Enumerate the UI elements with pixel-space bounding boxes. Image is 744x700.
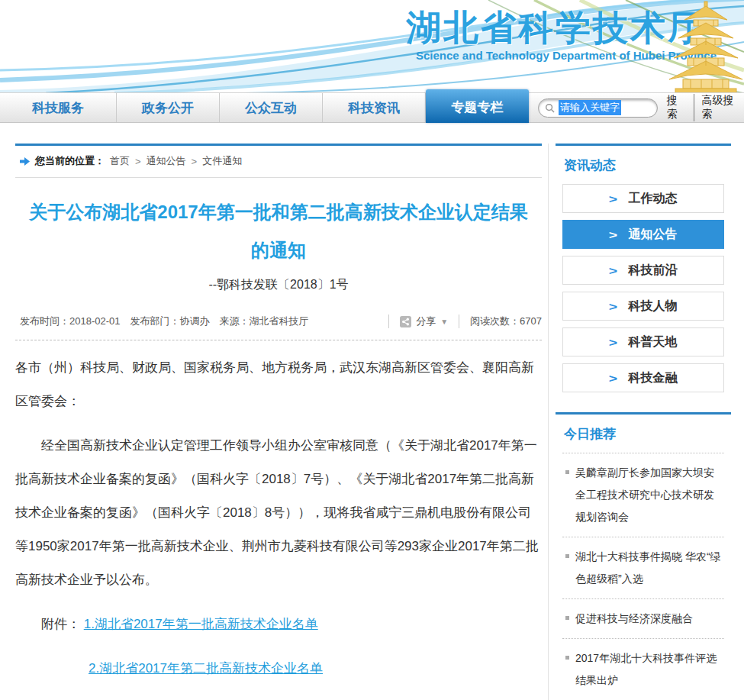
nav-item-special-columns[interactable]: 专题专栏 xyxy=(426,89,529,123)
recommend-panel: 今日推荐 吴麟章副厅长参加国家大坝安全工程技术研究中心技术研发规划咨询会 湖北十… xyxy=(556,412,731,700)
recommend-item[interactable]: 2017年湖北十大科技事件评选结果出炉 xyxy=(562,639,724,700)
sidebar-item-work-news[interactable]: > 工作动态 xyxy=(562,184,724,213)
search-icon xyxy=(545,103,555,113)
signature-block: 湖北省科技厅 湖北省财政厅 湖北省国税局 湖北省地税局 2018年2月1日 xyxy=(15,694,542,700)
nav-item-science-news[interactable]: 科技资讯 xyxy=(323,93,426,122)
paragraph-salutation: 各市（州）科技局、财政局、国家税务局、地方税务局，武汉东湖高新区管委会、襄阳高新… xyxy=(15,351,542,418)
sidebar: 资讯动态 > 工作动态 > 通知公告 > 科技前沿 > 科技人物 > 科普天地 xyxy=(556,144,731,700)
recommend-item-label: 湖北十大科技事件揭晓 华农“绿色超级稻”入选 xyxy=(575,550,721,585)
search-button[interactable]: 搜索 xyxy=(667,94,688,121)
sidebar-item-tech-figures[interactable]: > 科技人物 xyxy=(562,292,724,321)
article-source: 来源：湖北省科技厅 xyxy=(220,315,309,328)
recommend-item-label: 吴麟章副厅长参加国家大坝安全工程技术研究中心技术研发规划咨询会 xyxy=(575,466,714,523)
nav-item-public-interaction[interactable]: 公众互动 xyxy=(220,93,323,122)
recommend-panel-title: 今日推荐 xyxy=(564,425,724,443)
attachments-label: 附件： xyxy=(41,617,80,631)
share-button[interactable]: 分享 ▼ xyxy=(388,315,459,328)
meta-left: 发布时间：2018-02-01 发布部门：协调办 来源：湖北省科技厅 xyxy=(20,315,309,328)
chevron-right-icon: > xyxy=(608,336,617,349)
share-label: 分享 xyxy=(416,315,436,328)
breadcrumb: 您当前的位置： 首页 > 通知公告 > 文件通知 xyxy=(15,144,542,178)
search-input[interactable]: 请输入关键字 xyxy=(538,98,658,118)
recommend-item[interactable]: 湖北十大科技事件揭晓 华农“绿色超级稻”入选 xyxy=(562,537,724,599)
news-panel-title: 资讯动态 xyxy=(564,156,724,174)
article-title: 关于公布湖北省2017年第一批和第二批高新技术企业认定结果的通知 xyxy=(26,193,531,269)
recommend-item[interactable]: 吴麟章副厅长参加国家大坝安全工程技术研究中心技术研发规划咨询会 xyxy=(562,453,724,537)
menu-item-label: 科普天地 xyxy=(628,334,677,350)
breadcrumb-label: 您当前的位置： xyxy=(35,154,105,168)
news-panel: 资讯动态 > 工作动态 > 通知公告 > 科技前沿 > 科技人物 > 科普天地 xyxy=(556,144,731,402)
breadcrumb-file-notice-link[interactable]: 文件通知 xyxy=(202,154,242,168)
breadcrumb-home-link[interactable]: 首页 xyxy=(110,154,130,168)
column-divider xyxy=(548,144,549,700)
breadcrumb-separator: > xyxy=(192,156,198,167)
article-body: 各市（州）科技局、财政局、国家税务局、地方税务局，武汉东湖高新区管委会、襄阳高新… xyxy=(15,351,542,700)
menu-item-label: 科技人物 xyxy=(628,298,677,315)
read-count: 阅读次数：6707 xyxy=(459,315,542,328)
bullet-icon xyxy=(565,616,569,620)
nav-item-science-service[interactable]: 科技服务 xyxy=(0,93,117,122)
chevron-right-icon: > xyxy=(608,372,617,385)
menu-item-label: 科技金融 xyxy=(628,370,677,386)
bullet-icon xyxy=(565,656,569,660)
article-column: 您当前的位置： 首页 > 通知公告 > 文件通知 关于公布湖北省2017年第一批… xyxy=(15,144,542,700)
search-area: 请输入关键字 搜索 高级搜索 xyxy=(538,93,744,122)
recommend-title-wrap: 今日推荐 xyxy=(562,425,724,453)
menu-item-label: 通知公告 xyxy=(628,227,677,243)
chevron-right-icon: > xyxy=(608,192,617,205)
sidebar-item-science-popularization[interactable]: > 科普天地 xyxy=(562,327,724,356)
breadcrumb-arrow-icon xyxy=(20,157,30,166)
main-navbar: 科技服务 政务公开 公众互动 科技资讯 专题专栏 请输入关键字 搜索 高级搜索 xyxy=(0,93,744,123)
chevron-right-icon: > xyxy=(608,228,617,241)
nav-item-gov-affairs[interactable]: 政务公开 xyxy=(117,93,220,122)
sidebar-item-notices[interactable]: > 通知公告 xyxy=(562,220,724,249)
share-dropdown-icon[interactable]: ▼ xyxy=(440,318,448,326)
search-input-value: 请输入关键字 xyxy=(559,100,621,115)
chevron-right-icon: > xyxy=(608,300,617,313)
attachments-line-2: 2.湖北省2017年第二批高新技术企业名单 xyxy=(89,652,542,685)
sidebar-item-tech-frontier[interactable]: > 科技前沿 xyxy=(562,256,724,285)
publish-time: 发布时间：2018-02-01 xyxy=(20,315,121,328)
recommend-item[interactable]: 促进科技与经济深度融合 xyxy=(562,599,724,639)
yellow-crane-tower-icon xyxy=(668,0,744,93)
attachment-link-2[interactable]: 2.湖北省2017年第二批高新技术企业名单 xyxy=(89,661,323,676)
advanced-search-button[interactable]: 高级搜索 xyxy=(694,94,744,121)
recommend-item-label: 促进科技与经济深度融合 xyxy=(575,612,693,624)
paragraph-main: 经全国高新技术企业认定管理工作领导小组办公室审核同意（《关于湖北省2017年第一… xyxy=(15,429,542,597)
document-number: --鄂科技发联〔2018〕1号 xyxy=(15,277,542,293)
bullet-icon xyxy=(565,554,569,558)
share-icon xyxy=(400,316,411,327)
breadcrumb-notices-link[interactable]: 通知公告 xyxy=(147,154,186,168)
signature-line: 湖北省科技厅 湖北省财政厅 xyxy=(211,694,542,700)
attachment-link-1[interactable]: 1.湖北省2017年第一批高新技术企业名单 xyxy=(84,617,318,631)
bullet-icon xyxy=(565,470,569,474)
recommend-item-label: 2017年湖北十大科技事件评选结果出炉 xyxy=(575,652,717,686)
attachments-line: 附件： 1.湖北省2017年第一批高新技术企业名单 xyxy=(15,608,542,641)
site-title: 湖北省科学技术厅 xyxy=(406,5,681,52)
meta-right: 分享 ▼ 阅读次数：6707 xyxy=(388,315,542,328)
publish-dept: 发布部门：协调办 xyxy=(130,315,210,328)
site-header: 湖北省科学技术厅 Science and Technology Departme… xyxy=(0,0,744,93)
menu-item-label: 工作动态 xyxy=(628,191,677,207)
content-area: 您当前的位置： 首页 > 通知公告 > 文件通知 关于公布湖北省2017年第一批… xyxy=(0,123,744,700)
sidebar-item-tech-finance[interactable]: > 科技金融 xyxy=(562,363,724,392)
breadcrumb-separator: > xyxy=(135,156,141,167)
menu-item-label: 科技前沿 xyxy=(628,263,677,279)
article-meta-row: 发布时间：2018-02-01 发布部门：协调办 来源：湖北省科技厅 分享 ▼ … xyxy=(15,308,542,340)
chevron-right-icon: > xyxy=(608,264,617,277)
